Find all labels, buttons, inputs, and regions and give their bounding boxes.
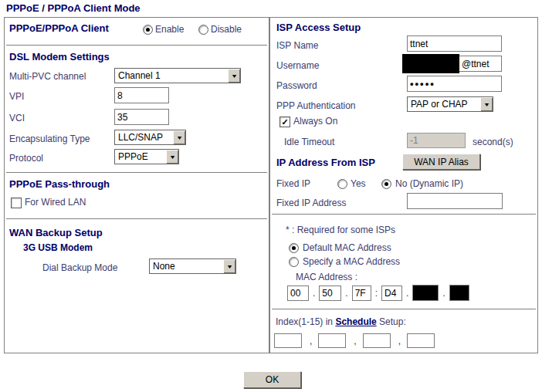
fixed-ip-no-label: No (Dynamic IP) <box>395 178 463 189</box>
mac-address-row: . . : . . <box>287 285 469 301</box>
chevron-down-icon: ▼ <box>223 259 235 273</box>
chevron-down-icon: ▼ <box>228 69 240 83</box>
usb-modem-header: 3G USB Modem <box>23 242 93 253</box>
idle-timeout-unit: second(s) <box>473 137 513 147</box>
isp-name-input[interactable] <box>407 35 502 52</box>
schedule-prefix: Index(1-15) in <box>276 316 335 327</box>
disable-radio[interactable] <box>198 25 208 35</box>
mac-address-label: MAC Address : <box>296 272 357 282</box>
mac-separator: . <box>442 288 445 299</box>
mac-octet-2-input[interactable] <box>319 286 341 301</box>
multi-pvc-label: Multi-PVC channel <box>9 71 86 82</box>
ip-from-isp-header: IP Address From ISP <box>276 157 375 168</box>
ppp-authentication-select[interactable]: PAP or CHAP ▼ <box>407 96 493 112</box>
password-input[interactable] <box>407 76 502 92</box>
fixed-ip-yes-label: Yes <box>351 178 366 189</box>
fixed-ip-no-radio[interactable] <box>381 179 391 189</box>
dial-backup-selected-value: None <box>150 259 223 273</box>
schedule-setup-line: Index(1-15) in Schedule Setup: <box>276 316 406 327</box>
always-on-checkbox[interactable]: ✓ <box>279 117 290 127</box>
vci-label: VCI <box>9 113 25 123</box>
enable-radio[interactable] <box>143 25 153 35</box>
right-panel: ISP Access Setup ISP Name Username Passw… <box>269 17 538 353</box>
divider <box>272 309 536 309</box>
username-redaction <box>402 54 459 73</box>
protocol-label: Protocol <box>9 153 43 164</box>
specify-mac-radio[interactable] <box>289 257 299 267</box>
schedule-index-4-input[interactable] <box>407 333 435 348</box>
encapsulating-type-selected-value: LLC/SNAP <box>115 130 173 144</box>
enable-radio-label: Enable <box>155 24 184 35</box>
schedule-comma: , <box>310 336 312 348</box>
fixed-ip-label: Fixed IP <box>276 178 310 189</box>
username-label: Username <box>276 60 319 71</box>
mac-separator: . <box>406 288 408 299</box>
mac-octet-4-input[interactable] <box>381 286 402 301</box>
divider <box>6 218 267 219</box>
dial-backup-mode-label: Dial Backup Mode <box>42 262 117 273</box>
wired-lan-checkbox[interactable] <box>11 198 22 208</box>
idle-timeout-label: Idle Timeout <box>284 137 334 147</box>
encapsulating-type-label: Encapsulating Type <box>9 133 90 144</box>
protocol-selected-value: PPPoE <box>115 150 166 164</box>
always-on-label: Always On <box>293 116 337 127</box>
vci-input[interactable] <box>114 109 169 125</box>
vpi-input[interactable] <box>114 87 169 103</box>
schedule-comma: , <box>354 336 356 348</box>
mac-separator: : <box>375 288 378 299</box>
divider <box>6 172 267 173</box>
mac-separator: . <box>313 288 315 299</box>
schedule-index-2-input[interactable] <box>318 333 346 348</box>
wan-ip-alias-button[interactable]: WAN IP Alias <box>402 154 480 170</box>
dsl-settings-header: DSL Modem Settings <box>9 51 110 63</box>
default-mac-radio[interactable] <box>289 243 299 253</box>
ok-button[interactable]: OK <box>243 371 301 388</box>
mac-octet-3-input[interactable] <box>352 286 371 301</box>
isp-access-header: ISP Access Setup <box>276 22 361 33</box>
schedule-index-1-input[interactable] <box>274 333 302 348</box>
pppoe-client-mode-page: PPPoE / PPPoA Client Mode PPPoE/PPPoA Cl… <box>0 0 542 392</box>
required-note: * : Required for some ISPs <box>286 225 395 235</box>
wan-backup-header: WAN Backup Setup <box>9 227 103 238</box>
fixed-ip-address-input[interactable] <box>407 193 503 209</box>
wired-lan-label: For Wired LAN <box>25 197 86 208</box>
chevron-down-icon: ▼ <box>480 97 493 111</box>
encapsulating-type-select[interactable]: LLC/SNAP ▼ <box>114 130 186 145</box>
multi-pvc-selected-value: Channel 1 <box>115 69 228 83</box>
schedule-index-3-input[interactable] <box>363 333 391 348</box>
specify-mac-label: Specify a MAC Address <box>303 256 400 267</box>
fixed-ip-yes-radio[interactable] <box>337 179 347 189</box>
isp-name-label: ISP Name <box>276 40 318 51</box>
idle-timeout-input <box>407 133 466 148</box>
divider <box>272 214 536 215</box>
multi-pvc-select[interactable]: Channel 1 ▼ <box>114 68 241 83</box>
fixed-ip-address-label: Fixed IP Address <box>276 198 347 208</box>
schedule-link[interactable]: Schedule <box>335 316 376 327</box>
schedule-suffix: Setup: <box>377 316 406 327</box>
page-title: PPPoE / PPPoA Client Mode <box>6 2 141 14</box>
passthrough-header: PPPoE Pass-through <box>9 178 110 190</box>
mac-octet-5-redacted[interactable] <box>412 285 439 301</box>
disable-radio-label: Disable <box>211 24 242 35</box>
chevron-down-icon: ▼ <box>166 150 178 164</box>
mac-separator: . <box>345 288 347 299</box>
schedule-comma: , <box>398 336 401 348</box>
ppp-authentication-label: PPP Authentication <box>276 100 356 111</box>
check-icon: ✓ <box>281 117 288 127</box>
dial-backup-mode-select[interactable]: None ▼ <box>149 259 236 274</box>
divider <box>6 45 267 46</box>
protocol-select[interactable]: PPPoE ▼ <box>114 149 179 164</box>
mac-octet-1-input[interactable] <box>287 286 309 301</box>
vpi-label: VPI <box>9 91 24 102</box>
mac-octet-6-redacted[interactable] <box>449 285 469 301</box>
password-label: Password <box>276 80 317 91</box>
left-panel: PPPoE/PPPoA Client Enable Disable DSL Mo… <box>4 17 269 353</box>
client-mode-header: PPPoE/PPPoA Client <box>9 22 109 34</box>
chevron-down-icon: ▼ <box>173 130 185 144</box>
schedule-index-row: , , , <box>274 333 439 348</box>
default-mac-label: Default MAC Address <box>303 242 391 253</box>
ppp-authentication-selected-value: PAP or CHAP <box>408 97 480 111</box>
